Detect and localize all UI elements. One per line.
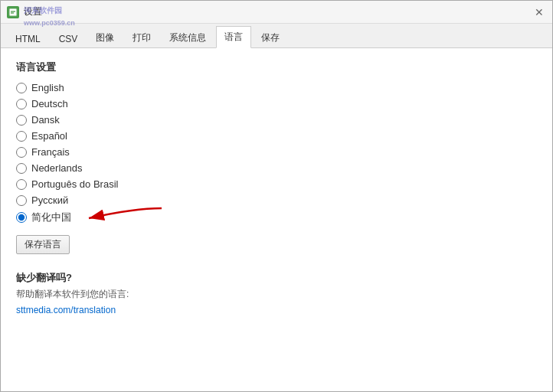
radio-portugues[interactable] [16, 179, 27, 190]
language-option-english[interactable]: English [16, 82, 537, 93]
radio-espanol[interactable] [16, 131, 27, 142]
title-bar-controls: ✕ [532, 5, 546, 19]
tab-print[interactable]: 打印 [124, 27, 159, 48]
tab-html[interactable]: HTML [7, 29, 49, 48]
tab-csv[interactable]: CSV [51, 29, 87, 48]
language-option-portugues[interactable]: Português do Brasil [16, 178, 537, 190]
language-option-nederlands[interactable]: Nederlands [16, 162, 537, 174]
language-section-title: 语言设置 [16, 60, 537, 74]
language-radio-group: English Deutsch Dansk Español Français [16, 82, 537, 224]
radio-francais[interactable] [16, 147, 27, 158]
label-francais: Français [31, 146, 70, 158]
tabs-bar: HTML CSV 图像 打印 系统信息 语言 保存 [1, 24, 552, 48]
language-option-francais[interactable]: Français [16, 146, 537, 158]
label-deutsch: Deutsch [31, 98, 68, 109]
window-title: 设置 [24, 5, 42, 18]
tab-language[interactable]: 语言 [216, 26, 251, 48]
language-option-deutsch[interactable]: Deutsch [16, 98, 537, 109]
label-espanol: Español [31, 130, 67, 142]
label-dansk: Dansk [31, 114, 60, 126]
radio-russian[interactable] [16, 195, 27, 206]
title-bar: 设置 河东软件园www.pc0359.cn ✕ [1, 1, 552, 24]
svg-rect-0 [9, 8, 17, 16]
save-language-button[interactable]: 保存语言 [16, 235, 70, 254]
missing-title: 缺少翻译吗? [16, 271, 537, 285]
missing-description: 帮助翻译本软件到您的语言: [16, 288, 537, 301]
label-russian: Русский [31, 194, 68, 206]
radio-deutsch[interactable] [16, 99, 27, 109]
radio-dansk[interactable] [16, 115, 27, 126]
radio-english[interactable] [16, 83, 27, 93]
tab-save[interactable]: 保存 [253, 27, 288, 48]
tab-sysinfo[interactable]: 系统信息 [161, 27, 214, 48]
content-area: 语言设置 English Deutsch Dansk Español [1, 48, 552, 391]
app-icon [7, 6, 19, 18]
red-arrow-annotation [74, 204, 165, 235]
close-button[interactable]: ✕ [532, 5, 546, 19]
translation-link[interactable]: sttmedia.com/translation [16, 305, 116, 315]
label-portugues: Português do Brasil [31, 178, 118, 190]
language-option-chinese[interactable]: 简化中国 [16, 211, 537, 224]
label-chinese: 简化中国 [31, 211, 71, 224]
title-bar-left: 设置 [7, 5, 42, 18]
main-window: 设置 河东软件园www.pc0359.cn ✕ HTML CSV 图像 打印 系… [0, 0, 553, 392]
label-english: English [31, 82, 64, 93]
language-option-espanol[interactable]: Español [16, 130, 537, 142]
radio-chinese[interactable] [16, 212, 27, 223]
language-option-dansk[interactable]: Dansk [16, 114, 537, 126]
label-nederlands: Nederlands [31, 162, 83, 174]
missing-translation-section: 缺少翻译吗? 帮助翻译本软件到您的语言: sttmedia.com/transl… [16, 271, 537, 315]
radio-nederlands[interactable] [16, 163, 27, 174]
tab-image[interactable]: 图像 [87, 27, 123, 48]
